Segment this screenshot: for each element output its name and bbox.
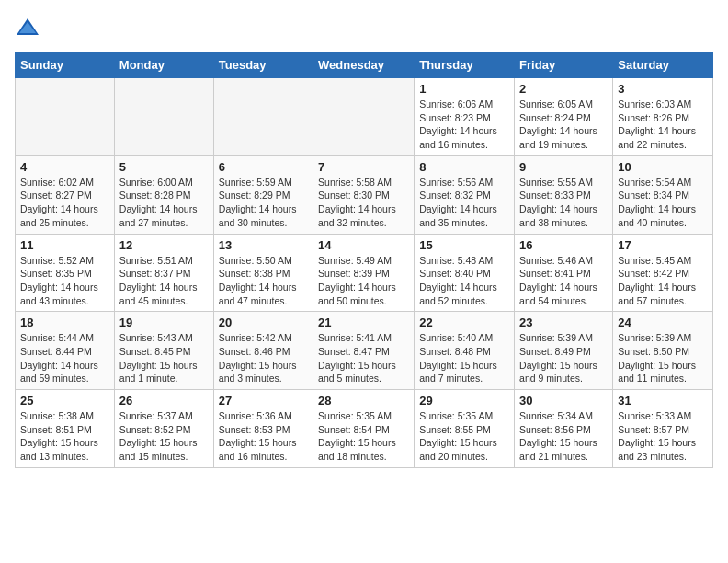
day-info: Sunrise: 5:44 AMSunset: 8:44 PMDaylight:… bbox=[20, 331, 109, 385]
calendar-cell: 16Sunrise: 5:46 AMSunset: 8:41 PMDayligh… bbox=[515, 234, 613, 312]
day-number: 5 bbox=[119, 160, 209, 174]
calendar-cell: 10Sunrise: 5:54 AMSunset: 8:34 PMDayligh… bbox=[613, 155, 713, 234]
day-number: 4 bbox=[20, 160, 109, 174]
day-number: 2 bbox=[519, 82, 608, 96]
calendar-cell: 22Sunrise: 5:40 AMSunset: 8:48 PMDayligh… bbox=[415, 312, 515, 390]
calendar-week-row: 4Sunrise: 6:02 AMSunset: 8:27 PMDaylight… bbox=[16, 155, 713, 234]
day-number: 18 bbox=[20, 316, 109, 329]
day-info: Sunrise: 6:03 AMSunset: 8:26 PMDaylight:… bbox=[618, 98, 708, 152]
day-info: Sunrise: 5:45 AMSunset: 8:42 PMDaylight:… bbox=[618, 254, 708, 308]
day-info: Sunrise: 6:00 AMSunset: 8:28 PMDaylight:… bbox=[119, 176, 209, 230]
calendar-cell: 30Sunrise: 5:34 AMSunset: 8:56 PMDayligh… bbox=[515, 390, 613, 468]
calendar-cell: 14Sunrise: 5:49 AMSunset: 8:39 PMDayligh… bbox=[313, 234, 415, 312]
day-number: 29 bbox=[419, 394, 509, 408]
day-info: Sunrise: 5:50 AMSunset: 8:38 PMDaylight:… bbox=[219, 254, 308, 308]
calendar-cell: 5Sunrise: 6:00 AMSunset: 8:28 PMDaylight… bbox=[114, 155, 213, 234]
header-row: SundayMondayTuesdayWednesdayThursdayFrid… bbox=[16, 52, 713, 78]
day-number: 31 bbox=[618, 394, 708, 408]
calendar-cell: 25Sunrise: 5:38 AMSunset: 8:51 PMDayligh… bbox=[16, 390, 115, 468]
calendar-cell: 28Sunrise: 5:35 AMSunset: 8:54 PMDayligh… bbox=[313, 390, 415, 468]
weekday-header: Tuesday bbox=[213, 52, 313, 78]
day-info: Sunrise: 5:56 AMSunset: 8:32 PMDaylight:… bbox=[419, 176, 509, 230]
day-number: 25 bbox=[20, 394, 109, 408]
calendar-cell: 6Sunrise: 5:59 AMSunset: 8:29 PMDaylight… bbox=[213, 155, 313, 234]
calendar-cell: 11Sunrise: 5:52 AMSunset: 8:35 PMDayligh… bbox=[16, 234, 115, 312]
calendar-cell: 17Sunrise: 5:45 AMSunset: 8:42 PMDayligh… bbox=[613, 234, 713, 312]
calendar-cell: 23Sunrise: 5:39 AMSunset: 8:49 PMDayligh… bbox=[515, 312, 613, 390]
calendar-cell bbox=[213, 78, 313, 156]
day-info: Sunrise: 5:40 AMSunset: 8:48 PMDaylight:… bbox=[419, 331, 509, 385]
calendar-cell: 31Sunrise: 5:33 AMSunset: 8:57 PMDayligh… bbox=[613, 390, 713, 468]
calendar-cell: 21Sunrise: 5:41 AMSunset: 8:47 PMDayligh… bbox=[313, 312, 415, 390]
day-info: Sunrise: 5:39 AMSunset: 8:49 PMDaylight:… bbox=[519, 331, 608, 385]
calendar-cell bbox=[114, 78, 213, 156]
calendar-cell: 19Sunrise: 5:43 AMSunset: 8:45 PMDayligh… bbox=[114, 312, 213, 390]
calendar-table: SundayMondayTuesdayWednesdayThursdayFrid… bbox=[15, 52, 713, 468]
day-number: 30 bbox=[519, 394, 608, 408]
weekday-header: Thursday bbox=[415, 52, 515, 78]
calendar-cell: 7Sunrise: 5:58 AMSunset: 8:30 PMDaylight… bbox=[313, 155, 415, 234]
day-number: 8 bbox=[419, 160, 509, 174]
day-info: Sunrise: 5:43 AMSunset: 8:45 PMDaylight:… bbox=[119, 331, 209, 385]
day-info: Sunrise: 5:38 AMSunset: 8:51 PMDaylight:… bbox=[20, 409, 109, 464]
calendar-week-row: 18Sunrise: 5:44 AMSunset: 8:44 PMDayligh… bbox=[16, 312, 713, 390]
calendar-cell: 1Sunrise: 6:06 AMSunset: 8:23 PMDaylight… bbox=[415, 78, 515, 156]
day-number: 12 bbox=[119, 238, 209, 252]
day-number: 11 bbox=[20, 238, 109, 252]
day-info: Sunrise: 5:41 AMSunset: 8:47 PMDaylight:… bbox=[318, 331, 409, 385]
calendar-cell: 29Sunrise: 5:35 AMSunset: 8:55 PMDayligh… bbox=[415, 390, 515, 468]
calendar-week-row: 1Sunrise: 6:06 AMSunset: 8:23 PMDaylight… bbox=[16, 78, 713, 156]
day-number: 28 bbox=[318, 394, 409, 408]
calendar-cell bbox=[313, 78, 415, 156]
calendar-week-row: 11Sunrise: 5:52 AMSunset: 8:35 PMDayligh… bbox=[16, 234, 713, 312]
day-number: 6 bbox=[219, 160, 308, 174]
day-info: Sunrise: 5:54 AMSunset: 8:34 PMDaylight:… bbox=[618, 176, 708, 230]
day-number: 16 bbox=[519, 238, 608, 252]
day-number: 26 bbox=[119, 394, 209, 408]
calendar-cell: 18Sunrise: 5:44 AMSunset: 8:44 PMDayligh… bbox=[16, 312, 115, 390]
day-info: Sunrise: 5:48 AMSunset: 8:40 PMDaylight:… bbox=[419, 254, 509, 308]
day-info: Sunrise: 5:36 AMSunset: 8:53 PMDaylight:… bbox=[219, 409, 308, 464]
calendar-cell: 26Sunrise: 5:37 AMSunset: 8:52 PMDayligh… bbox=[114, 390, 213, 468]
calendar-cell: 3Sunrise: 6:03 AMSunset: 8:26 PMDaylight… bbox=[613, 78, 713, 156]
day-number: 17 bbox=[618, 238, 708, 252]
day-number: 14 bbox=[318, 238, 409, 252]
day-number: 21 bbox=[318, 316, 409, 329]
day-info: Sunrise: 5:59 AMSunset: 8:29 PMDaylight:… bbox=[219, 176, 308, 230]
calendar-cell: 9Sunrise: 5:55 AMSunset: 8:33 PMDaylight… bbox=[515, 155, 613, 234]
weekday-header: Sunday bbox=[16, 52, 115, 78]
day-number: 9 bbox=[519, 160, 608, 174]
day-number: 3 bbox=[618, 82, 708, 96]
day-number: 1 bbox=[419, 82, 509, 96]
calendar-week-row: 25Sunrise: 5:38 AMSunset: 8:51 PMDayligh… bbox=[16, 390, 713, 468]
day-info: Sunrise: 5:58 AMSunset: 8:30 PMDaylight:… bbox=[318, 176, 409, 230]
day-number: 27 bbox=[219, 394, 308, 408]
weekday-header: Saturday bbox=[613, 52, 713, 78]
day-info: Sunrise: 6:05 AMSunset: 8:24 PMDaylight:… bbox=[519, 98, 608, 152]
calendar-cell: 15Sunrise: 5:48 AMSunset: 8:40 PMDayligh… bbox=[415, 234, 515, 312]
calendar-cell bbox=[16, 78, 115, 156]
weekday-header: Friday bbox=[515, 52, 613, 78]
day-info: Sunrise: 5:49 AMSunset: 8:39 PMDaylight:… bbox=[318, 254, 409, 308]
day-info: Sunrise: 5:35 AMSunset: 8:55 PMDaylight:… bbox=[419, 409, 509, 464]
day-info: Sunrise: 5:52 AMSunset: 8:35 PMDaylight:… bbox=[20, 254, 109, 308]
logo-icon bbox=[15, 15, 40, 40]
day-info: Sunrise: 5:37 AMSunset: 8:52 PMDaylight:… bbox=[119, 409, 209, 464]
day-number: 23 bbox=[519, 316, 608, 329]
day-info: Sunrise: 6:06 AMSunset: 8:23 PMDaylight:… bbox=[419, 98, 509, 152]
calendar-cell: 12Sunrise: 5:51 AMSunset: 8:37 PMDayligh… bbox=[114, 234, 213, 312]
page-header bbox=[15, 15, 713, 40]
day-info: Sunrise: 5:55 AMSunset: 8:33 PMDaylight:… bbox=[519, 176, 608, 230]
day-number: 19 bbox=[119, 316, 209, 329]
day-number: 24 bbox=[618, 316, 708, 329]
calendar-cell: 27Sunrise: 5:36 AMSunset: 8:53 PMDayligh… bbox=[213, 390, 313, 468]
day-info: Sunrise: 5:34 AMSunset: 8:56 PMDaylight:… bbox=[519, 409, 608, 464]
day-number: 10 bbox=[618, 160, 708, 174]
day-info: Sunrise: 5:39 AMSunset: 8:50 PMDaylight:… bbox=[618, 331, 708, 385]
day-number: 7 bbox=[318, 160, 409, 174]
day-info: Sunrise: 5:33 AMSunset: 8:57 PMDaylight:… bbox=[618, 409, 708, 464]
calendar-cell: 8Sunrise: 5:56 AMSunset: 8:32 PMDaylight… bbox=[415, 155, 515, 234]
day-number: 22 bbox=[419, 316, 509, 329]
day-info: Sunrise: 5:42 AMSunset: 8:46 PMDaylight:… bbox=[219, 331, 308, 385]
day-number: 20 bbox=[219, 316, 308, 329]
